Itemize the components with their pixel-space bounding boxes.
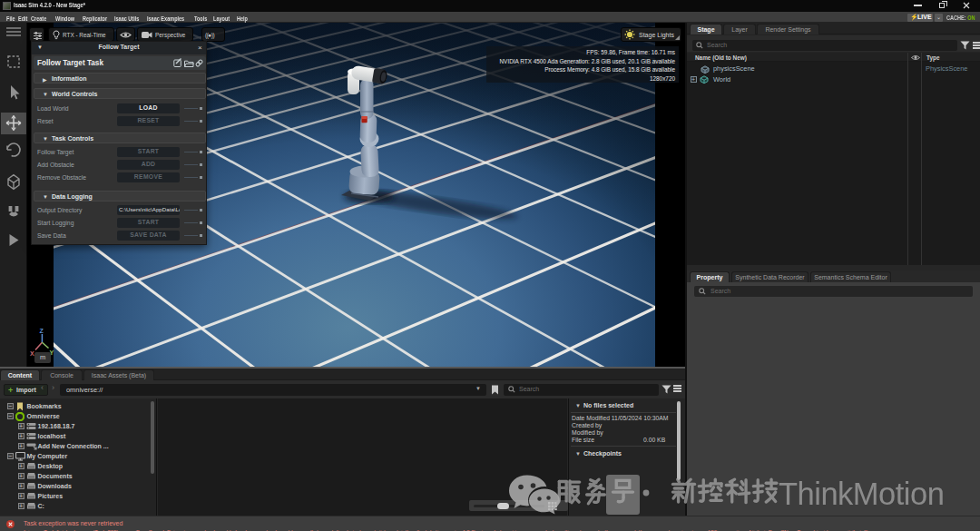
svg-text:Z: Z <box>40 328 44 334</box>
svg-text:ThinkMotion: ThinkMotion <box>779 477 944 511</box>
